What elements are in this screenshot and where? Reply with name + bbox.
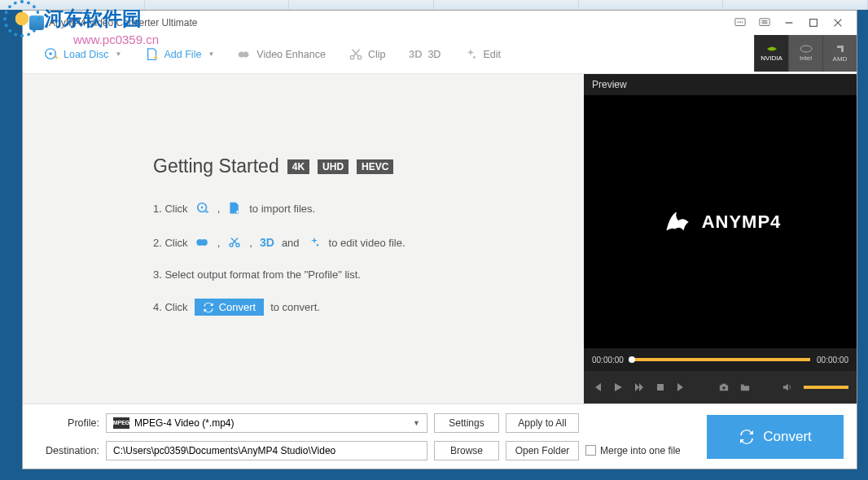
3d-button[interactable]: 3D 3D — [397, 35, 452, 74]
svg-point-1 — [738, 22, 739, 23]
tag-hevc: HEVC — [357, 159, 393, 174]
convert-mini-button: Convert — [195, 299, 265, 316]
svg-point-29 — [200, 239, 207, 246]
app-icon — [29, 15, 44, 30]
load-disc-label: Load Disc — [64, 49, 109, 60]
browse-button[interactable]: Browse — [434, 441, 499, 460]
svg-point-31 — [236, 243, 239, 247]
settings-button[interactable]: Settings — [434, 413, 499, 433]
convert-button[interactable]: Convert — [707, 415, 844, 459]
step-3: 3. Select output format from the "Profil… — [153, 268, 543, 281]
prev-button[interactable] — [592, 382, 602, 392]
seek-row: 00:00:00 00:00:00 — [584, 348, 857, 371]
gpu-amd[interactable]: AMD — [822, 35, 857, 72]
3d-icon: 3D — [408, 47, 423, 62]
mp4-icon: MPEG — [113, 417, 129, 429]
getting-started-title: Getting Started — [153, 155, 279, 177]
play-button[interactable] — [613, 382, 623, 392]
clip-button[interactable]: Clip — [337, 35, 397, 74]
step-1: 1. Click + , + to import files. — [153, 200, 543, 216]
sparkle-icon — [306, 234, 322, 251]
svg-point-17 — [243, 51, 248, 57]
main-panel: Getting Started 4K UHD HEVC 1. Click + ,… — [23, 74, 584, 404]
edit-button[interactable]: Edit — [452, 35, 512, 74]
profile-dropdown[interactable]: MPEGMPEG-4 Video (*.mp4) ▼ — [106, 413, 427, 433]
svg-text:+: + — [236, 208, 239, 216]
snapshot-button[interactable] — [719, 382, 729, 392]
anymp4-logo-icon — [660, 205, 694, 239]
svg-point-38 — [722, 386, 725, 389]
gpu-intel[interactable]: Intel — [788, 35, 822, 72]
chevron-down-icon: ▼ — [116, 50, 122, 58]
stop-button[interactable] — [655, 382, 665, 392]
svg-point-34 — [316, 244, 318, 246]
titlebar: AnyMP4 Video Converter Ultimate — [23, 11, 857, 35]
apply-all-button[interactable]: Apply to All — [506, 413, 579, 433]
svg-text:+: + — [55, 54, 59, 62]
svg-rect-37 — [721, 384, 726, 386]
svg-rect-35 — [657, 384, 664, 391]
chevron-down-icon: ▼ — [413, 419, 420, 427]
svg-point-2 — [740, 22, 741, 23]
volume-button[interactable] — [783, 382, 792, 392]
svg-point-30 — [230, 243, 233, 247]
chevron-down-icon: ▼ — [208, 50, 214, 58]
maximize-button[interactable] — [801, 15, 826, 31]
minimize-button[interactable] — [777, 15, 801, 31]
footer: Profile: MPEGMPEG-4 Video (*.mp4) ▼ Sett… — [23, 404, 857, 469]
enhance-icon — [237, 47, 252, 62]
open-folder-button[interactable]: Open Folder — [506, 441, 579, 460]
svg-point-19 — [357, 55, 362, 59]
video-enhance-button[interactable]: Video Enhance — [226, 35, 337, 74]
svg-point-13 — [49, 52, 52, 55]
feedback-icon[interactable] — [728, 15, 752, 31]
seek-bar[interactable] — [630, 358, 810, 361]
svg-text:+: + — [204, 208, 208, 216]
3d-label: 3D — [427, 49, 441, 60]
scissors-icon — [349, 47, 363, 62]
desktop-strip — [0, 0, 868, 10]
step-2: 2. Click , , 3D and to edit video file. — [153, 234, 543, 251]
anymp4-logo-text: ANYMP4 — [702, 212, 782, 233]
destination-input[interactable]: C:\Users\pc0359\Documents\AnyMP4 Studio\… — [106, 441, 427, 460]
add-file-label: Add File — [164, 49, 202, 60]
sparkle-icon — [463, 47, 478, 62]
load-disc-button[interactable]: + Load Disc ▼ — [33, 35, 134, 74]
gpu-nvidia[interactable]: NVIDIA — [754, 35, 788, 72]
destination-label: Destination: — [36, 445, 99, 456]
step-4: 4. Click Convert to convert. — [153, 299, 543, 316]
edit-label: Edit — [483, 49, 501, 60]
volume-slider[interactable] — [804, 386, 848, 389]
player-controls — [584, 371, 857, 404]
checkbox-icon — [585, 445, 596, 456]
time-current: 00:00:00 — [592, 356, 624, 364]
svg-point-18 — [350, 55, 354, 59]
gpu-badges: NVIDIA Intel AMD — [754, 35, 857, 72]
merge-checkbox[interactable]: Merge into one file — [585, 445, 681, 456]
preview-viewport: ANYMP4 — [584, 95, 857, 348]
menu-icon[interactable] — [752, 15, 777, 31]
time-total: 00:00:00 — [817, 356, 848, 364]
app-title: AnyMP4 Video Converter Ultimate — [49, 17, 198, 28]
tag-uhd: UHD — [318, 159, 349, 174]
svg-point-3 — [742, 22, 743, 23]
disc-icon: + — [44, 47, 59, 62]
svg-text:+: + — [153, 54, 157, 62]
palette-icon — [195, 234, 211, 251]
profile-label: Profile: — [36, 417, 99, 429]
file-add-icon: + — [145, 47, 160, 62]
svg-point-23 — [800, 46, 812, 52]
close-button[interactable] — [826, 15, 850, 31]
add-file-button[interactable]: + Add File ▼ — [134, 35, 226, 74]
app-window: AnyMP4 Video Converter Ultimate + Load D… — [22, 10, 857, 469]
tag-4k: 4K — [287, 159, 309, 174]
clip-label: Clip — [368, 49, 386, 60]
folder-button[interactable] — [740, 382, 750, 392]
3d-icon: 3D — [259, 234, 275, 251]
svg-point-25 — [200, 207, 203, 209]
next-button[interactable] — [677, 382, 686, 392]
disc-add-icon: + — [195, 200, 211, 216]
video-enhance-label: Video Enhance — [256, 49, 326, 60]
fast-forward-button[interactable] — [634, 382, 644, 392]
preview-label: Preview — [584, 74, 857, 95]
